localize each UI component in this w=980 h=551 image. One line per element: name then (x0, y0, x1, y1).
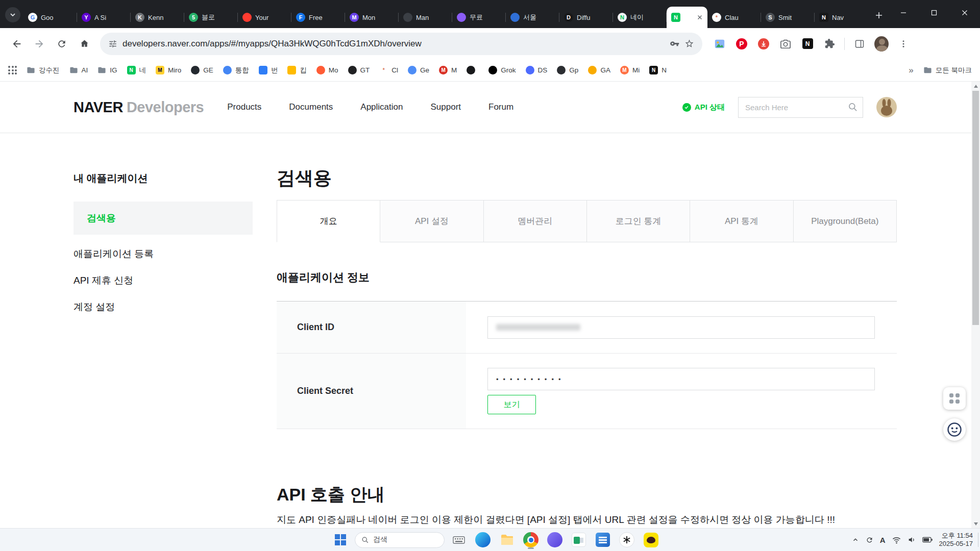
tray-chevron-up-icon[interactable] (852, 536, 859, 543)
chrome-icon[interactable] (521, 530, 541, 549)
purple-app-icon[interactable] (545, 530, 565, 549)
browser-tab[interactable]: *Clau (707, 7, 761, 28)
show-desktop-button[interactable] (978, 533, 980, 547)
side-panel-icon[interactable] (852, 37, 867, 51)
bookmark-folder[interactable]: 강수진 (27, 66, 60, 75)
start-button[interactable] (331, 530, 350, 549)
pinterest-extension-icon[interactable]: P (734, 37, 749, 51)
scrollbar-thumb[interactable] (972, 91, 979, 325)
nav-forum[interactable]: Forum (488, 102, 513, 112)
password-key-icon[interactable] (670, 39, 679, 48)
naver-extension-icon[interactable]: N (800, 37, 815, 51)
tab-api-stats[interactable]: API 통계 (690, 200, 793, 242)
tab-member-management[interactable]: 멤버관리 (484, 200, 587, 242)
browser-tab[interactable]: FFree (291, 7, 345, 28)
minimize-button[interactable] (888, 0, 919, 26)
scroll-up-button[interactable] (971, 82, 980, 90)
tab-search-button[interactable] (5, 7, 20, 22)
ime-pad-button[interactable] (449, 530, 469, 549)
sidebar-item-register-app[interactable]: 애플리케이션 등록 (74, 241, 253, 267)
bookmark-item[interactable]: NN (649, 66, 667, 74)
browser-tab[interactable]: 서울 (506, 7, 559, 28)
bookmark-item[interactable]: Mo (316, 66, 338, 74)
bookmark-item[interactable]: 킵 (287, 66, 307, 75)
tray-sync-icon[interactable] (866, 536, 873, 544)
sidebar-item-selected[interactable]: 검색용 (74, 202, 253, 235)
bookmark-item[interactable]: Ge (408, 66, 429, 74)
tab-playground[interactable]: Playground(Beta) (794, 200, 897, 242)
sidebar-item-api-partnership[interactable]: API 제휴 신청 (74, 267, 253, 294)
file-explorer-icon[interactable] (497, 530, 517, 549)
browser-tab[interactable]: 5블로 (184, 7, 238, 28)
bookmark-folder[interactable]: IG (97, 66, 117, 74)
bookmark-item[interactable]: GA (588, 66, 610, 74)
tab-close-icon[interactable] (697, 14, 703, 20)
nav-application[interactable]: Application (360, 102, 403, 112)
browser-tab[interactable]: N네이 (613, 7, 667, 28)
browser-tab[interactable]: 무료 (452, 7, 506, 28)
bookmark-item[interactable]: *Cl (379, 66, 398, 74)
naver-developers-logo[interactable]: NAVERDevelopers (74, 99, 204, 116)
browser-tab[interactable]: GGoo (23, 7, 77, 28)
bookmark-item[interactable] (467, 66, 479, 74)
scroll-down-button[interactable] (971, 519, 980, 528)
bookmark-item[interactable]: GT (348, 66, 370, 74)
bookmark-item[interactable]: MMi (620, 66, 640, 74)
client-id-input[interactable] (487, 316, 875, 339)
close-button[interactable] (949, 0, 980, 26)
nav-documents[interactable]: Documents (289, 102, 333, 112)
nav-products[interactable]: Products (227, 102, 261, 112)
bookmark-item[interactable]: Gp (557, 66, 578, 74)
floating-widget-grid-button[interactable] (943, 387, 966, 410)
wifi-icon[interactable] (892, 536, 901, 544)
taskbar-clock[interactable]: 오후 11:54 2025-05-17 (939, 532, 973, 548)
extensions-puzzle-icon[interactable] (822, 37, 837, 51)
bookmark-item[interactable]: DS (526, 66, 548, 74)
bookmark-folder[interactable]: AI (69, 66, 88, 74)
taskbar-search[interactable]: 검색 (355, 532, 445, 548)
bookmark-item[interactable]: MMiro (156, 66, 181, 74)
browser-tab[interactable]: MMon (345, 7, 399, 28)
browser-tab[interactable]: SSmit (761, 7, 815, 28)
profile-avatar[interactable] (874, 37, 889, 51)
chatgpt-icon[interactable] (617, 530, 636, 549)
bookmark-item[interactable]: Grok (488, 66, 516, 74)
document-app-green-icon[interactable] (569, 530, 589, 549)
volume-icon[interactable] (908, 536, 916, 544)
api-status-badge[interactable]: API 상태 (682, 103, 725, 112)
floating-assistant-button[interactable] (943, 418, 966, 441)
tab-login-stats[interactable]: 로그인 통계 (587, 200, 690, 242)
browser-tab[interactable]: Your (238, 7, 291, 28)
new-tab-button[interactable] (871, 8, 887, 23)
sidebar-item-account-settings[interactable]: 계정 설정 (74, 294, 253, 320)
search-icon[interactable] (848, 102, 858, 112)
browser-menu-icon[interactable] (896, 37, 911, 51)
tab-overview[interactable]: 개요 (277, 200, 380, 242)
browser-tab[interactable]: DDiffu (559, 7, 613, 28)
apps-grid-button[interactable] (8, 66, 17, 74)
forward-button[interactable] (29, 33, 50, 55)
back-button[interactable] (6, 33, 28, 55)
kakaotalk-icon[interactable] (641, 530, 660, 549)
tab-api-settings[interactable]: API 설정 (380, 200, 483, 242)
bookmarks-overflow-button[interactable]: » (909, 65, 913, 76)
site-search-input[interactable] (738, 97, 863, 118)
browser-tab[interactable]: Man (399, 7, 452, 28)
bookmark-item[interactable]: 번 (259, 66, 278, 75)
ime-language-indicator[interactable]: A (880, 536, 886, 544)
address-bar[interactable]: developers.naver.com/apps/#/myapps/QHa3H… (100, 33, 702, 55)
bookmark-item[interactable]: MM (439, 66, 457, 74)
site-settings-icon[interactable] (108, 39, 117, 48)
bookmark-item[interactable]: 통합 (223, 66, 249, 75)
image-extension-icon[interactable] (713, 37, 727, 51)
refresh-button[interactable] (51, 33, 72, 55)
browser-tab[interactable]: NNav (815, 7, 868, 28)
home-button[interactable] (74, 33, 95, 55)
user-avatar[interactable] (876, 97, 897, 117)
screenshot-camera-icon[interactable] (778, 37, 793, 51)
browser-tab[interactable]: KKenn (131, 7, 184, 28)
bookmark-item[interactable]: GE (191, 66, 213, 74)
all-bookmarks-button[interactable]: 모든 북마크 (923, 66, 972, 75)
edge-icon[interactable] (473, 530, 493, 549)
bookmark-item[interactable]: N네 (127, 66, 146, 75)
